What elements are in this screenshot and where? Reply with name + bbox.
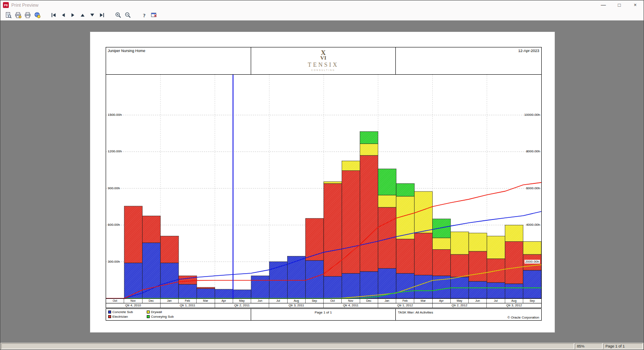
close-preview-icon	[151, 12, 157, 18]
bar-segment-concrete-sub	[233, 290, 251, 298]
bar-segment-electrician	[161, 236, 179, 263]
month-label: Jul	[269, 299, 287, 303]
previous-page-icon	[60, 12, 67, 18]
help-button[interactable]: ?	[140, 11, 148, 19]
print-button[interactable]	[23, 11, 32, 19]
bar-segment-concrete-sub	[179, 285, 197, 298]
bar-segment-concrete-sub	[324, 277, 342, 298]
bar-segment-electrician	[505, 242, 523, 284]
bar-segment-concrete-sub	[487, 282, 505, 298]
toolbar: ?	[0, 10, 644, 21]
legend-item: Conveying Sub	[147, 315, 174, 319]
zoom-in-button[interactable]	[114, 11, 122, 19]
month-label: Aug	[288, 299, 306, 303]
bar-segment-drywall	[433, 238, 451, 250]
left-axis-tick: 1500.00h	[108, 113, 122, 117]
month-label: Dec	[143, 299, 161, 303]
print-setup-icon	[15, 12, 21, 18]
bar-segment-concrete-sub	[288, 256, 306, 298]
legend-item: Concrete Sub	[108, 310, 147, 314]
quarter-label: Qtr 4, 2010	[106, 303, 161, 308]
svg-text:?: ?	[143, 12, 145, 18]
bar-segment-concrete-sub	[505, 284, 523, 298]
legend-swatch	[108, 315, 111, 318]
bar-segment-electrician	[469, 251, 487, 281]
right-axis-tick: 8000.00h	[526, 149, 540, 153]
page-indicator: Page 1 of 1	[603, 343, 643, 349]
bar-segment-drywall	[360, 144, 378, 156]
month-label: Oct	[324, 299, 342, 303]
close-button[interactable]: ×	[633, 2, 638, 8]
legend-row: Concrete SubDrywall	[108, 310, 249, 314]
month-label: Feb	[396, 299, 414, 303]
maximize-button[interactable]: □	[617, 2, 622, 8]
bar-segment-electrician	[143, 216, 161, 243]
month-label: Jan	[378, 299, 396, 303]
month-label: Apr	[433, 299, 451, 303]
bar-segment-electrician	[179, 276, 197, 284]
bar-segment-drywall	[451, 232, 469, 254]
page-setup-button[interactable]	[4, 11, 13, 19]
month-label: Mar	[414, 299, 432, 303]
month-label: Feb	[179, 299, 197, 303]
titlebar: P6 Print Preview — □ ×	[0, 0, 644, 10]
toolbar-separator	[106, 15, 114, 15]
quarter-label: Qtr 3, 2011	[269, 303, 324, 308]
print-setup-button[interactable]	[13, 11, 22, 19]
publish-icon	[34, 12, 41, 18]
legend-row: ElectricianConveying Sub	[108, 314, 249, 319]
legend-swatch	[108, 311, 111, 313]
bar-segment-concrete-sub	[523, 270, 541, 298]
month-label: Aug	[505, 299, 523, 303]
month-label: Apr	[215, 299, 233, 303]
tensix-logo: X VI TENSIX CONSULTING	[251, 47, 396, 74]
quarter-label: Qtr 3, 2012	[487, 303, 541, 308]
statusbar: 85% Page 1 of 1	[0, 342, 644, 350]
report-footer: Concrete SubDrywallElectricianConveying …	[106, 308, 542, 321]
tensix-logo-tagline: CONSULTING	[311, 69, 335, 71]
bar-segment-drywall	[396, 196, 414, 239]
minimize-button[interactable]: —	[601, 2, 606, 8]
quarter-label: Qtr 1, 2012	[378, 303, 433, 308]
last-page-button[interactable]	[97, 11, 106, 19]
resource-histogram: 300.00h600.00h900.00h1200.00h1500.00h200…	[106, 75, 542, 308]
preview-area: Juniper Nursing Home X VI TENSIX CONSULT…	[0, 21, 644, 342]
bar-segment-concrete-sub	[143, 243, 161, 298]
bar-segment-electrician	[124, 206, 142, 263]
quarter-label: Qtr 2, 2011	[215, 303, 270, 308]
bar-segment-concrete-sub	[414, 275, 432, 298]
window-controls: — □ ×	[601, 2, 638, 8]
first-page-button[interactable]	[49, 11, 58, 19]
left-axis-tick: 1200.00h	[108, 149, 122, 153]
bar-segment-concrete-sub	[360, 272, 378, 298]
legend-label: Drywall	[151, 310, 162, 314]
bar-segment-electrician	[414, 233, 432, 275]
tensix-logo-mark-icon: X VI	[320, 50, 326, 60]
previous-page-button[interactable]	[59, 11, 68, 19]
month-label: Dec	[360, 299, 378, 303]
copyright: © Oracle Corporation	[507, 316, 539, 319]
page-up-button[interactable]	[78, 11, 87, 19]
bar-segment-drywall	[523, 242, 541, 255]
print-icon	[24, 12, 31, 18]
left-axis-tick: 300.00h	[108, 260, 120, 264]
bar-segment-conveying-sub	[433, 219, 451, 238]
task-filter: TASK filter: All Activities	[396, 309, 541, 314]
chart-plot-area: 300.00h600.00h900.00h1200.00h1500.00h200…	[106, 75, 541, 298]
bar-segment-conveying-sub	[396, 183, 414, 196]
quarter-label: Qtr 2, 2012	[433, 303, 487, 308]
page-down-button[interactable]	[88, 11, 96, 19]
legend-swatch	[147, 311, 150, 313]
report-header: Juniper Nursing Home X VI TENSIX CONSULT…	[106, 47, 542, 75]
p6-app-icon: P6	[3, 2, 9, 8]
next-page-button[interactable]	[68, 11, 77, 19]
bar-segment-concrete-sub	[396, 273, 414, 298]
zoom-out-button[interactable]	[123, 11, 132, 19]
bar-segment-drywall	[487, 236, 505, 259]
right-axis-tick: 6000.00h	[526, 186, 540, 190]
publish-button[interactable]	[33, 11, 42, 19]
footer-right-cell: TASK filter: All Activities © Oracle Cor…	[396, 309, 541, 320]
close-preview-button[interactable]	[149, 11, 158, 19]
bar-segment-electrician	[396, 239, 414, 274]
report-page: Juniper Nursing Home X VI TENSIX CONSULT…	[90, 31, 555, 333]
